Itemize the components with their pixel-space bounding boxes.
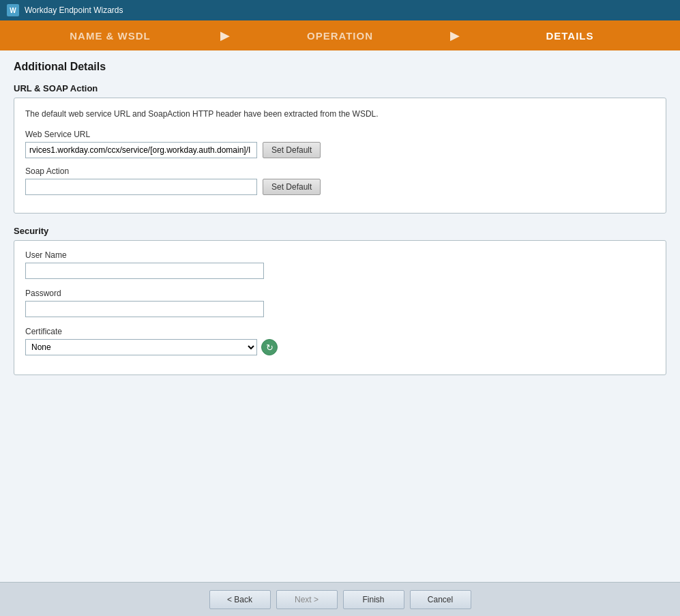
url-soap-section-label: URL & SOAP Action — [14, 83, 666, 93]
back-button[interactable]: < Back — [209, 590, 271, 609]
web-service-url-input[interactable] — [25, 142, 257, 158]
finish-button[interactable]: Finish — [343, 590, 404, 609]
security-section-box: User Name Password Certificate None ↻ — [14, 240, 666, 375]
step-arrow-1: ▶ — [220, 28, 230, 43]
certificate-select[interactable]: None — [25, 339, 257, 355]
username-group: User Name — [25, 250, 655, 279]
web-service-url-label: Web Service URL — [25, 130, 655, 139]
security-section-label: Security — [14, 226, 666, 236]
certificate-label: Certificate — [25, 327, 655, 336]
web-service-url-row: Set Default — [25, 142, 655, 158]
set-default-url-button[interactable]: Set Default — [263, 142, 321, 158]
set-default-soap-button[interactable]: Set Default — [263, 179, 321, 195]
username-input[interactable] — [25, 263, 264, 279]
step-arrow-2: ▶ — [450, 28, 460, 43]
soap-action-label: Soap Action — [25, 166, 655, 176]
refresh-button[interactable]: ↻ — [261, 339, 278, 355]
step-name-wsdl: NAME & WSDL — [0, 30, 220, 42]
password-group: Password — [25, 289, 655, 317]
footer: < Back Next > Finish Cancel — [0, 582, 680, 616]
step-details: DETAILS — [460, 30, 680, 42]
username-label: User Name — [25, 250, 655, 260]
main-content: Additional Details URL & SOAP Action The… — [0, 50, 680, 582]
password-label: Password — [25, 289, 655, 298]
soap-action-group: Soap Action Set Default — [25, 166, 655, 195]
app-title: Workday Endpoint Wizards — [25, 5, 123, 15]
step-operation: OPERATION — [230, 30, 450, 42]
soap-action-input[interactable] — [25, 179, 257, 195]
soap-action-row: Set Default — [25, 179, 655, 195]
url-soap-section-box: The default web service URL and SoapActi… — [14, 98, 666, 214]
certificate-group: Certificate None ↻ — [25, 327, 655, 355]
app-icon: W — [7, 4, 19, 16]
refresh-icon: ↻ — [266, 342, 274, 353]
certificate-row: None ↻ — [25, 339, 655, 355]
cancel-button[interactable]: Cancel — [410, 590, 471, 609]
web-service-url-group: Web Service URL Set Default — [25, 130, 655, 158]
title-bar: W Workday Endpoint Wizards — [0, 0, 680, 20]
page-title: Additional Details — [14, 61, 666, 73]
next-button[interactable]: Next > — [276, 590, 338, 609]
step-bar: NAME & WSDL ▶ OPERATION ▶ DETAILS — [0, 20, 680, 50]
info-text: The default web service URL and SoapActi… — [25, 108, 655, 120]
password-input[interactable] — [25, 301, 264, 317]
